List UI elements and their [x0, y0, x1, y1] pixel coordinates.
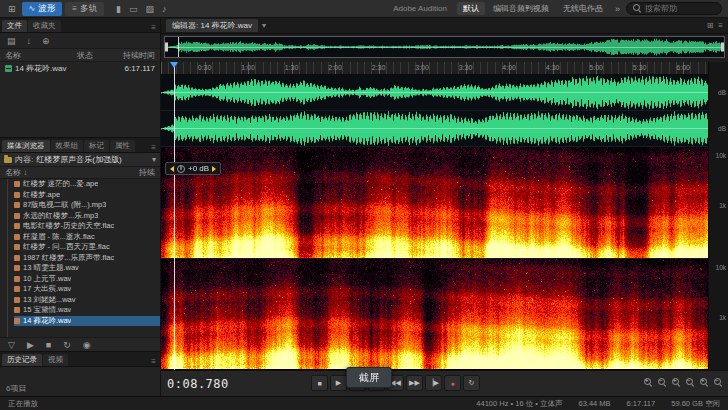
zoom-in-icon[interactable]: + — [644, 378, 653, 387]
gain-knob-icon[interactable] — [177, 165, 185, 173]
editor-tab[interactable]: 编辑器: 14 葬花吟.wav — [166, 19, 258, 32]
channel-display[interactable] — [161, 75, 708, 370]
open-file-icon[interactable]: ▤ — [5, 33, 18, 49]
tab-媒体浏览器[interactable]: 媒体浏览器 — [2, 140, 50, 152]
timeline-ruler[interactable]: 0:301:001:302:002:303:003:304:004:305:00… — [161, 62, 708, 75]
time-selection-tool-icon[interactable]: ▮ — [114, 1, 123, 17]
list-item[interactable]: 13 晴雯主题.wav — [14, 263, 160, 274]
chevrons-icon[interactable]: » — [613, 1, 622, 17]
zoom-buttons: +−+−+− — [644, 378, 723, 387]
tab-历史记录[interactable]: 历史记录 — [2, 354, 42, 366]
auto-play-icon[interactable]: ◉ — [81, 337, 93, 353]
spectrogram-channel-left[interactable] — [161, 147, 708, 259]
play-button[interactable]: ▶ — [330, 375, 347, 391]
list-item[interactable]: 红楼梦 - 问...西天万里.flac — [14, 242, 160, 253]
new-content-icon[interactable]: ⊕ — [40, 33, 52, 49]
panel-menu-icon[interactable]: ≡ — [149, 143, 158, 152]
list-item[interactable]: 13 刘姥姥...wav — [14, 295, 160, 306]
zoom-out-icon[interactable]: − — [658, 378, 667, 387]
workspace-button-radio-production[interactable]: 无线电作品 — [557, 2, 609, 15]
content-value: 红楼梦原声音乐(加强版) — [36, 154, 121, 165]
list-item[interactable]: 87版电视二联 (附...).mp3 — [14, 200, 160, 211]
chevron-down-icon[interactable]: ▾ — [262, 21, 266, 30]
waveform-channel-right[interactable] — [161, 111, 708, 147]
list-item[interactable]: 14 葬花吟.wav — [14, 316, 160, 327]
zoom-out-time-icon[interactable]: − — [686, 378, 695, 387]
column-name[interactable]: 名称 ↓ — [5, 167, 129, 178]
view-button-waveform[interactable]: ∿波形 — [22, 2, 63, 16]
media-browser-panel: 媒体浏览器效果组标记属性≡ 内容: 红楼梦原声音乐(加强版) ▾ 名称 ↓ 持续… — [0, 138, 160, 352]
panel-menu-icon[interactable]: ≡ — [718, 21, 723, 30]
paintbrush-tool-icon[interactable]: ▨ — [143, 1, 156, 17]
vertical-ruler[interactable]: dB dB 10k 1k 10k 1k — [708, 62, 728, 370]
list-item[interactable]: 红楼梦 迷茫的...爱.ape — [14, 179, 160, 190]
list-item[interactable]: 红楼梦.ape — [14, 190, 160, 201]
tab-视频[interactable]: 视频 — [43, 354, 68, 366]
spectrogram-channel-right[interactable] — [161, 259, 708, 369]
audio-file-icon — [14, 276, 20, 282]
tab-收藏夹[interactable]: 收藏夹 — [28, 20, 61, 32]
search-input[interactable] — [645, 4, 717, 13]
waveform-channel-left[interactable] — [161, 75, 708, 111]
workspace-button-default[interactable]: 默认 — [457, 2, 485, 15]
screenshot-button[interactable]: 截屏 — [346, 367, 392, 388]
list-item[interactable]: 10 上元节.wav — [14, 274, 160, 285]
window-title: Adobe Audition — [393, 4, 447, 13]
chevron-down-icon[interactable]: ▾ — [152, 155, 156, 164]
status-segment: 6:17.117 — [627, 399, 656, 409]
panel-menu-icon[interactable]: ≡ — [149, 23, 158, 32]
zoom-out-amplitude-icon[interactable]: − — [714, 378, 723, 387]
content-selector[interactable]: 内容: 红楼梦原声音乐(加强版) ▾ — [0, 153, 160, 167]
workspace-button-edit-audio-to-video[interactable]: 编辑音频到视频 — [487, 2, 555, 15]
playhead-line[interactable] — [174, 62, 175, 370]
tab-文件[interactable]: 文件 — [2, 20, 27, 32]
help-search-box[interactable] — [626, 2, 722, 15]
playhead-marker[interactable] — [170, 62, 178, 68]
freq-label-1k: 1k — [719, 314, 726, 321]
tab-属性[interactable]: 属性 — [110, 140, 135, 152]
audio-file-icon — [14, 181, 20, 187]
list-item[interactable]: 15 宝黛情.wav — [14, 305, 160, 316]
import-file-icon[interactable]: ↓ — [25, 33, 34, 49]
tab-标记[interactable]: 标记 — [84, 140, 109, 152]
column-duration[interactable]: 持续 — [129, 167, 155, 178]
list-item[interactable]: 枉凝眉 - 陈...逝水.flac — [14, 232, 160, 243]
view-button-multitrack[interactable]: ≡多轨 — [65, 2, 104, 16]
panel-menu-icon[interactable]: ≡ — [149, 357, 158, 366]
hud-right-handle-icon[interactable] — [212, 166, 216, 172]
timeline-label: 1:00 — [241, 64, 255, 71]
stop-preview-icon[interactable]: ■ — [44, 337, 53, 353]
column-name[interactable]: 名称 — [5, 50, 77, 61]
loop-preview-icon[interactable]: ↻ — [61, 337, 73, 353]
zoom-in-time-icon[interactable]: + — [672, 378, 681, 387]
hud-left-handle-icon[interactable] — [170, 166, 174, 172]
fast-forward-button[interactable]: ▶▶ — [406, 375, 423, 391]
column-duration[interactable]: 持续时间 — [113, 50, 155, 61]
gain-hud[interactable]: +0 dB — [165, 162, 221, 175]
panel-grid-icon[interactable]: ⊞ — [6, 1, 18, 17]
tab-效果组[interactable]: 效果组 — [51, 140, 84, 152]
list-item[interactable]: 1987 红楼梦...乐原声带.flac — [14, 253, 160, 264]
audio-file-icon — [14, 202, 20, 208]
filter-icon[interactable]: ▽ — [6, 337, 17, 353]
skip-to-end-button[interactable]: ▕▶ — [425, 375, 442, 391]
overview-waveform[interactable] — [165, 37, 724, 57]
list-item[interactable]: 永远的红楼梦...乐.mp3 — [14, 211, 160, 222]
play-preview-icon[interactable]: ▶ — [25, 337, 36, 353]
overview-strip[interactable] — [164, 36, 725, 58]
music-note-icon[interactable]: ♪ — [160, 1, 169, 17]
audio-file-icon — [14, 307, 20, 313]
file-row[interactable]: 14 葬花吟.wav 6:17.117 — [0, 62, 160, 75]
zoom-in-amplitude-icon[interactable]: + — [700, 378, 709, 387]
stop-button[interactable]: ■ — [311, 375, 328, 391]
editor-grid-icon[interactable]: ⊞ — [707, 21, 714, 30]
list-item[interactable]: 电影红楼梦-历史的天空.flac — [14, 221, 160, 232]
toolbar-tool-icons: ▮▭▨♪ — [114, 1, 168, 17]
column-status[interactable]: 状态 — [77, 50, 113, 61]
loop-button[interactable]: ↻ — [463, 375, 480, 391]
list-item[interactable]: 17 大出殡.wav — [14, 284, 160, 295]
db-label: dB — [718, 125, 726, 132]
record-button[interactable]: ● — [444, 375, 461, 391]
overview-playhead[interactable] — [178, 37, 179, 57]
marquee-selection-tool-icon[interactable]: ▭ — [127, 1, 140, 17]
